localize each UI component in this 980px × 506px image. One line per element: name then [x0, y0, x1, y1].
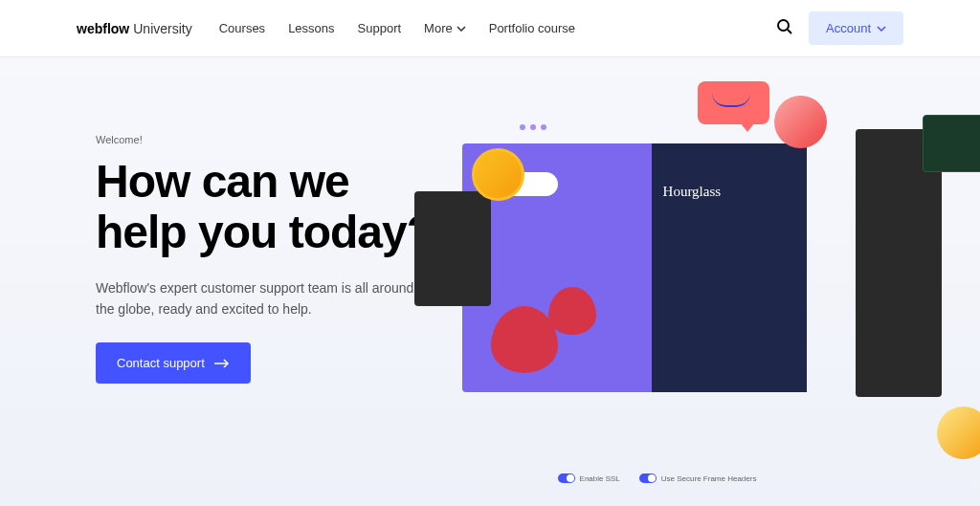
hero-subtitle: Webflow's expert customer support team i…: [96, 277, 421, 320]
dot-icon: [541, 124, 546, 130]
publish-panel-mock: [923, 115, 980, 172]
avatar: [472, 148, 524, 201]
left-panel-mock: [414, 191, 491, 306]
avatar: [774, 96, 827, 148]
design-panel-mock: Hourglass: [652, 143, 807, 392]
contact-support-button[interactable]: Contact support: [96, 342, 251, 384]
toggles-mock: Enable SSL Use Secure Frame Headers: [558, 473, 757, 483]
main-header: webflow University Courses Lessons Suppo…: [0, 0, 980, 57]
header-right: Account: [776, 11, 903, 45]
dot-icon: [530, 124, 536, 130]
nav-courses[interactable]: Courses: [219, 21, 265, 35]
main-nav: Courses Lessons Support More Portfolio c…: [219, 21, 575, 35]
avatar: [937, 407, 980, 459]
nav-lessons[interactable]: Lessons: [288, 21, 334, 35]
mock-site-title: Hourglass: [663, 184, 795, 200]
search-icon[interactable]: [776, 18, 793, 39]
toggle-switch-icon: [639, 473, 657, 483]
hero-section: Welcome! How can we help you today? Webf…: [0, 57, 980, 506]
toggle-ssl: Enable SSL: [558, 473, 620, 483]
svg-point-0: [778, 20, 789, 31]
account-button[interactable]: Account: [809, 11, 903, 45]
chevron-down-icon: [877, 26, 886, 32]
svg-line-1: [788, 30, 791, 33]
hero-container: Welcome! How can we help you today? Webf…: [0, 115, 980, 440]
squiggle-icon: [712, 93, 750, 107]
header-left: webflow University Courses Lessons Suppo…: [77, 21, 575, 36]
arrow-right-icon: [214, 359, 230, 368]
speech-bubble-icon: [698, 81, 769, 124]
toggle-switch-icon: [558, 473, 575, 483]
logo-suffix: University: [133, 21, 191, 36]
hero-title: How can we help you today?: [96, 157, 443, 258]
logo[interactable]: webflow University: [77, 21, 192, 36]
nav-more[interactable]: More: [424, 21, 466, 35]
logo-brand: webflow: [77, 21, 129, 36]
hero-content: Welcome! How can we help you today? Webf…: [96, 115, 443, 440]
hero-illustration: Hourglass ? Enable SSL Use Secure Frame …: [443, 115, 884, 440]
chevron-down-icon: [457, 26, 466, 32]
welcome-label: Welcome!: [96, 134, 443, 145]
nav-support[interactable]: Support: [358, 21, 402, 35]
flower-icon: [548, 287, 596, 335]
nav-portfolio[interactable]: Portfolio course: [489, 21, 575, 35]
toggle-frames: Use Secure Frame Headers: [639, 473, 757, 483]
dot-icon: [520, 124, 525, 130]
window-dots: [520, 124, 546, 130]
